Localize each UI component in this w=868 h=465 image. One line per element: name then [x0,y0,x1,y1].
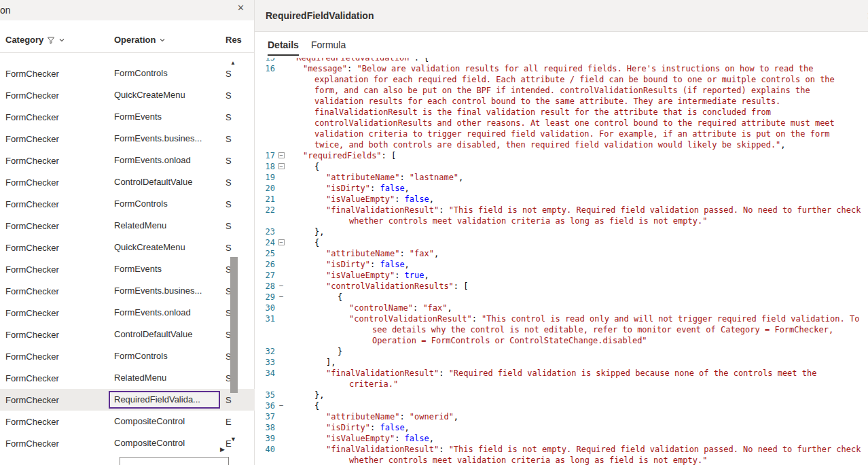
line-number: 39 [257,433,275,444]
line-number: 21 [257,194,275,205]
table-row[interactable]: FormCheckerControlDefaultValueS [0,171,255,193]
close-button[interactable]: ✕ [237,3,245,13]
chevron-down-icon [58,37,65,44]
line-number: 31 [257,313,275,324]
table-row[interactable]: FormCheckerRequiredFieldValida...S [0,389,255,411]
row-category: FormChecker [0,199,109,209]
tab-details[interactable]: Details [261,32,305,58]
row-category: FormChecker [0,69,109,79]
line-number: 22 [257,205,275,216]
table-row[interactable]: FormCheckerFormEvents.busines...S [0,128,255,150]
line-number: 17 [257,150,275,161]
row-operation: RelatedMenu [109,369,220,387]
row-operation: FormEvents.onload [109,152,220,169]
column-header-operation[interactable]: Operation [109,35,220,45]
code-line: 22"finalValidationResult": "This field i… [257,205,868,226]
category-column-label: Category [5,35,43,45]
code-line: 39"isValueEmpty": false, [257,433,868,444]
row-category: FormChecker [0,134,109,144]
line-number: 28 [257,281,275,292]
table-row[interactable]: FormCheckerCompositeControlE [0,411,255,432]
line-number: 16 [257,63,275,74]
table-row[interactable]: FormCheckerFormEvents.onloadS [0,150,255,171]
fold-marker-icon[interactable]: − [275,237,287,248]
fold-marker-icon[interactable]: − [275,161,287,172]
row-category: FormChecker [0,243,109,253]
result-column-label: Res [225,35,242,45]
fold-marker-icon[interactable]: − [275,281,287,292]
table-row[interactable]: FormCheckerFormEventsS [0,258,255,280]
scroll-up-icon[interactable]: ▲ [230,60,236,66]
table-row[interactable]: FormCheckerFormEventsS [0,106,255,128]
code-text: }, [287,390,868,400]
line-number: 27 [257,270,275,281]
code-line: 19"attributeName": "lastname", [257,172,868,183]
code-line: 28−"controlValidationResults": [ [257,281,868,292]
row-operation: FormEvents.busines... [109,282,220,300]
row-category: FormChecker [0,438,109,449]
code-line: 31"controlValidationResult": "This contr… [257,313,868,346]
line-number: 40 [257,444,275,455]
line-number: 23 [257,226,275,237]
table-row[interactable]: FormCheckerControlDefaultValueS [0,324,255,345]
table-row[interactable]: FormCheckerFormControlsS [0,63,255,84]
vertical-scrollbar-thumb[interactable] [230,257,238,393]
table-row[interactable]: FormCheckerFormEvents.onloadS [0,302,255,324]
row-operation: CompositeControl [109,413,220,430]
table-row[interactable]: FormCheckerRelatedMenuS [0,367,255,389]
code-text: { [287,237,868,248]
chevron-down-icon [159,37,166,44]
line-number: 15 [257,58,275,63]
row-operation: FormControls [109,195,220,213]
table-row[interactable]: FormCheckerQuickCreateMenuS [0,237,255,258]
line-number: 38 [257,422,275,433]
fold-marker-icon[interactable]: − [275,400,287,411]
fold-marker-icon[interactable]: − [275,292,287,303]
code-text: "finalValidationResult": "This field is … [287,205,868,226]
code-line: 35}, [257,390,868,400]
scroll-right-icon[interactable]: ▶ [220,446,225,453]
row-operation: RelatedMenu [109,217,220,235]
detail-panel: RequiredFieldValidation › DetailsFormula… [255,0,868,465]
code-text: "attributeName": "fax", [287,248,868,259]
panel-title-fragment: on [0,5,11,16]
close-icon: ✕ [237,3,245,13]
code-editor[interactable]: 15"RequiredFieldValidation": {16"message… [255,58,868,465]
code-line: 24−{ [257,237,868,248]
table-row[interactable]: FormCheckerCompositeControlE [0,432,255,454]
row-result: S [220,395,255,405]
scroll-down-icon[interactable]: ▼ [230,436,236,443]
table-row[interactable]: FormCheckerRelatedMenuS [0,215,255,237]
fold-marker-icon[interactable]: − [275,150,287,161]
line-number: 35 [257,390,275,400]
line-number: 29 [257,292,275,303]
row-operation: FormEvents.busines... [109,130,220,148]
table-row[interactable]: FormCheckerFormEvents.busines...S [0,280,255,302]
column-header-result[interactable]: Res [220,35,255,45]
row-operation: CompositeControl [109,434,220,452]
grid-header: Category Operation Res [0,27,255,53]
code-text: { [287,292,868,303]
row-result: S [220,221,255,231]
row-category: FormChecker [0,177,109,188]
line-number: 34 [257,368,275,379]
code-line: 17−"requiredFields": [ [257,150,868,161]
filter-icon [47,36,55,44]
line-number: 18 [257,161,275,172]
column-header-category[interactable]: Category [0,35,109,45]
table-row[interactable]: FormCheckerFormControlsS [0,345,255,367]
table-row[interactable]: FormCheckerQuickCreateMenuS [0,84,255,106]
row-category: FormChecker [0,308,109,318]
code-line: 29−{ [257,292,868,303]
code-text: "attributeName": "lastname", [287,172,868,183]
detail-title: RequiredFieldValidation [266,10,374,21]
code-line: 38"isDirty": false, [257,422,868,433]
grid-footer-input[interactable] [120,457,229,465]
tab-formula[interactable]: Formula [305,32,352,58]
code-text: { [287,400,868,411]
code-line: 32} [257,346,868,357]
table-row[interactable]: FormCheckerFormControlsS [0,193,255,215]
code-text: } [287,346,868,357]
line-number: 26 [257,259,275,270]
row-category: FormChecker [0,395,109,405]
